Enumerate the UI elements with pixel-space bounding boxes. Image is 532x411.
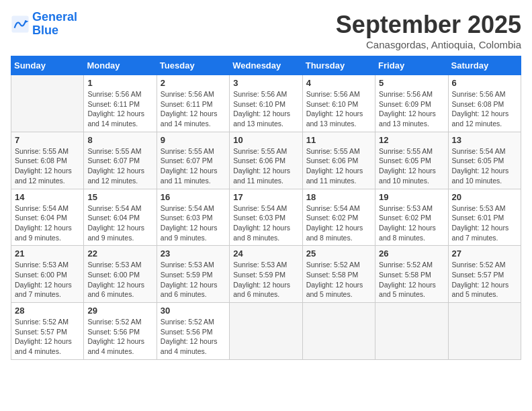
calendar-day-cell: 25Sunrise: 5:52 AM Sunset: 5:58 PM Dayli… bbox=[302, 246, 375, 303]
calendar-day-cell bbox=[11, 75, 84, 132]
day-info: Sunrise: 5:53 AM Sunset: 5:59 PM Dayligh… bbox=[233, 260, 298, 300]
day-info: Sunrise: 5:56 AM Sunset: 6:11 PM Dayligh… bbox=[87, 89, 152, 129]
location-subtitle: Canasgordas, Antioquia, Colombia bbox=[336, 39, 521, 50]
day-number: 2 bbox=[161, 78, 226, 88]
day-number: 16 bbox=[161, 192, 226, 202]
weekday-header: Saturday bbox=[448, 56, 521, 75]
weekday-header: Monday bbox=[84, 56, 157, 75]
day-number: 12 bbox=[379, 135, 444, 145]
calendar-day-cell bbox=[230, 303, 302, 360]
day-info: Sunrise: 5:52 AM Sunset: 5:57 PM Dayligh… bbox=[452, 260, 517, 300]
day-number: 28 bbox=[15, 306, 80, 316]
day-info: Sunrise: 5:56 AM Sunset: 6:10 PM Dayligh… bbox=[306, 89, 371, 129]
calendar-day-cell: 16Sunrise: 5:54 AM Sunset: 6:03 PM Dayli… bbox=[157, 189, 229, 246]
day-number: 21 bbox=[15, 248, 80, 259]
calendar-day-cell: 3Sunrise: 5:56 AM Sunset: 6:10 PM Daylig… bbox=[230, 75, 302, 132]
day-info: Sunrise: 5:55 AM Sunset: 6:06 PM Dayligh… bbox=[306, 146, 371, 186]
calendar-day-cell: 27Sunrise: 5:52 AM Sunset: 5:57 PM Dayli… bbox=[448, 246, 521, 303]
calendar-day-cell: 24Sunrise: 5:53 AM Sunset: 5:59 PM Dayli… bbox=[230, 246, 302, 303]
logo: General Blue bbox=[11, 11, 77, 38]
day-info: Sunrise: 5:55 AM Sunset: 6:05 PM Dayligh… bbox=[379, 146, 444, 186]
day-info: Sunrise: 5:55 AM Sunset: 6:07 PM Dayligh… bbox=[87, 146, 152, 186]
day-info: Sunrise: 5:54 AM Sunset: 6:03 PM Dayligh… bbox=[233, 203, 298, 243]
title-block: September 2025 Canasgordas, Antioquia, C… bbox=[336, 11, 521, 50]
page-header: General Blue September 2025 Canasgordas,… bbox=[11, 11, 521, 50]
day-number: 13 bbox=[452, 135, 517, 145]
calendar-day-cell: 19Sunrise: 5:53 AM Sunset: 6:02 PM Dayli… bbox=[375, 189, 448, 246]
calendar-day-cell: 28Sunrise: 5:52 AM Sunset: 5:57 PM Dayli… bbox=[11, 303, 84, 360]
calendar-day-cell: 2Sunrise: 5:56 AM Sunset: 6:11 PM Daylig… bbox=[157, 75, 229, 132]
calendar-day-cell: 9Sunrise: 5:55 AM Sunset: 6:07 PM Daylig… bbox=[157, 132, 229, 189]
day-info: Sunrise: 5:53 AM Sunset: 6:00 PM Dayligh… bbox=[87, 260, 152, 300]
day-number: 9 bbox=[161, 135, 226, 145]
calendar-day-cell: 7Sunrise: 5:55 AM Sunset: 6:08 PM Daylig… bbox=[11, 132, 84, 189]
weekday-header: Thursday bbox=[302, 56, 375, 75]
calendar-table: SundayMondayTuesdayWednesdayThursdayFrid… bbox=[11, 56, 521, 360]
day-number: 20 bbox=[452, 192, 517, 202]
weekday-header: Sunday bbox=[11, 56, 84, 75]
day-number: 19 bbox=[379, 192, 444, 202]
day-info: Sunrise: 5:52 AM Sunset: 5:58 PM Dayligh… bbox=[379, 260, 444, 300]
day-number: 1 bbox=[87, 78, 152, 88]
calendar-day-cell bbox=[375, 303, 448, 360]
day-number: 7 bbox=[15, 135, 80, 145]
day-info: Sunrise: 5:52 AM Sunset: 5:58 PM Dayligh… bbox=[306, 260, 371, 300]
calendar-day-cell: 12Sunrise: 5:55 AM Sunset: 6:05 PM Dayli… bbox=[375, 132, 448, 189]
calendar-day-cell: 14Sunrise: 5:54 AM Sunset: 6:04 PM Dayli… bbox=[11, 189, 84, 246]
calendar-day-cell: 8Sunrise: 5:55 AM Sunset: 6:07 PM Daylig… bbox=[84, 132, 157, 189]
day-number: 26 bbox=[379, 248, 444, 259]
calendar-day-cell: 17Sunrise: 5:54 AM Sunset: 6:03 PM Dayli… bbox=[230, 189, 302, 246]
day-info: Sunrise: 5:54 AM Sunset: 6:04 PM Dayligh… bbox=[15, 203, 80, 243]
day-info: Sunrise: 5:56 AM Sunset: 6:08 PM Dayligh… bbox=[452, 89, 517, 129]
day-info: Sunrise: 5:53 AM Sunset: 6:00 PM Dayligh… bbox=[15, 260, 80, 300]
calendar-day-cell bbox=[448, 303, 521, 360]
day-number: 5 bbox=[379, 78, 444, 88]
weekday-header: Friday bbox=[375, 56, 448, 75]
day-info: Sunrise: 5:56 AM Sunset: 6:11 PM Dayligh… bbox=[161, 89, 226, 129]
calendar-day-cell: 1Sunrise: 5:56 AM Sunset: 6:11 PM Daylig… bbox=[84, 75, 157, 132]
day-number: 17 bbox=[233, 192, 298, 202]
day-info: Sunrise: 5:54 AM Sunset: 6:02 PM Dayligh… bbox=[306, 203, 371, 243]
calendar-week-row: 7Sunrise: 5:55 AM Sunset: 6:08 PM Daylig… bbox=[11, 132, 521, 189]
day-info: Sunrise: 5:56 AM Sunset: 6:10 PM Dayligh… bbox=[233, 89, 298, 129]
calendar-day-cell: 15Sunrise: 5:54 AM Sunset: 6:04 PM Dayli… bbox=[84, 189, 157, 246]
day-info: Sunrise: 5:55 AM Sunset: 6:06 PM Dayligh… bbox=[233, 146, 298, 186]
calendar-day-cell: 18Sunrise: 5:54 AM Sunset: 6:02 PM Dayli… bbox=[302, 189, 375, 246]
day-info: Sunrise: 5:53 AM Sunset: 6:02 PM Dayligh… bbox=[379, 203, 444, 243]
calendar-day-cell: 6Sunrise: 5:56 AM Sunset: 6:08 PM Daylig… bbox=[448, 75, 521, 132]
calendar-header: SundayMondayTuesdayWednesdayThursdayFrid… bbox=[11, 56, 521, 75]
calendar-week-row: 21Sunrise: 5:53 AM Sunset: 6:00 PM Dayli… bbox=[11, 246, 521, 303]
day-number: 15 bbox=[87, 192, 152, 202]
day-number: 25 bbox=[306, 248, 371, 259]
calendar-day-cell: 13Sunrise: 5:54 AM Sunset: 6:05 PM Dayli… bbox=[448, 132, 521, 189]
day-info: Sunrise: 5:54 AM Sunset: 6:05 PM Dayligh… bbox=[452, 146, 517, 186]
day-number: 6 bbox=[452, 78, 517, 88]
day-info: Sunrise: 5:55 AM Sunset: 6:08 PM Dayligh… bbox=[15, 146, 80, 186]
day-number: 29 bbox=[87, 306, 152, 316]
day-number: 23 bbox=[161, 248, 226, 259]
day-number: 22 bbox=[87, 248, 152, 259]
calendar-week-row: 1Sunrise: 5:56 AM Sunset: 6:11 PM Daylig… bbox=[11, 75, 521, 132]
day-info: Sunrise: 5:52 AM Sunset: 5:56 PM Dayligh… bbox=[87, 317, 152, 357]
day-number: 11 bbox=[306, 135, 371, 145]
day-info: Sunrise: 5:54 AM Sunset: 6:04 PM Dayligh… bbox=[87, 203, 152, 243]
calendar-day-cell: 20Sunrise: 5:53 AM Sunset: 6:01 PM Dayli… bbox=[448, 189, 521, 246]
day-number: 8 bbox=[87, 135, 152, 145]
calendar-day-cell: 26Sunrise: 5:52 AM Sunset: 5:58 PM Dayli… bbox=[375, 246, 448, 303]
calendar-day-cell: 4Sunrise: 5:56 AM Sunset: 6:10 PM Daylig… bbox=[302, 75, 375, 132]
calendar-day-cell: 11Sunrise: 5:55 AM Sunset: 6:06 PM Dayli… bbox=[302, 132, 375, 189]
calendar-day-cell: 5Sunrise: 5:56 AM Sunset: 6:09 PM Daylig… bbox=[375, 75, 448, 132]
day-info: Sunrise: 5:55 AM Sunset: 6:07 PM Dayligh… bbox=[161, 146, 226, 186]
calendar-day-cell: 30Sunrise: 5:52 AM Sunset: 5:56 PM Dayli… bbox=[157, 303, 229, 360]
day-info: Sunrise: 5:53 AM Sunset: 6:01 PM Dayligh… bbox=[452, 203, 517, 243]
weekday-header: Wednesday bbox=[230, 56, 302, 75]
day-info: Sunrise: 5:54 AM Sunset: 6:03 PM Dayligh… bbox=[161, 203, 226, 243]
day-info: Sunrise: 5:52 AM Sunset: 5:56 PM Dayligh… bbox=[161, 317, 226, 357]
day-number: 4 bbox=[306, 78, 371, 88]
calendar-week-row: 14Sunrise: 5:54 AM Sunset: 6:04 PM Dayli… bbox=[11, 189, 521, 246]
day-number: 3 bbox=[233, 78, 298, 88]
calendar-day-cell: 22Sunrise: 5:53 AM Sunset: 6:00 PM Dayli… bbox=[84, 246, 157, 303]
day-number: 10 bbox=[233, 135, 298, 145]
day-info: Sunrise: 5:56 AM Sunset: 6:09 PM Dayligh… bbox=[379, 89, 444, 129]
day-info: Sunrise: 5:52 AM Sunset: 5:57 PM Dayligh… bbox=[15, 317, 80, 357]
